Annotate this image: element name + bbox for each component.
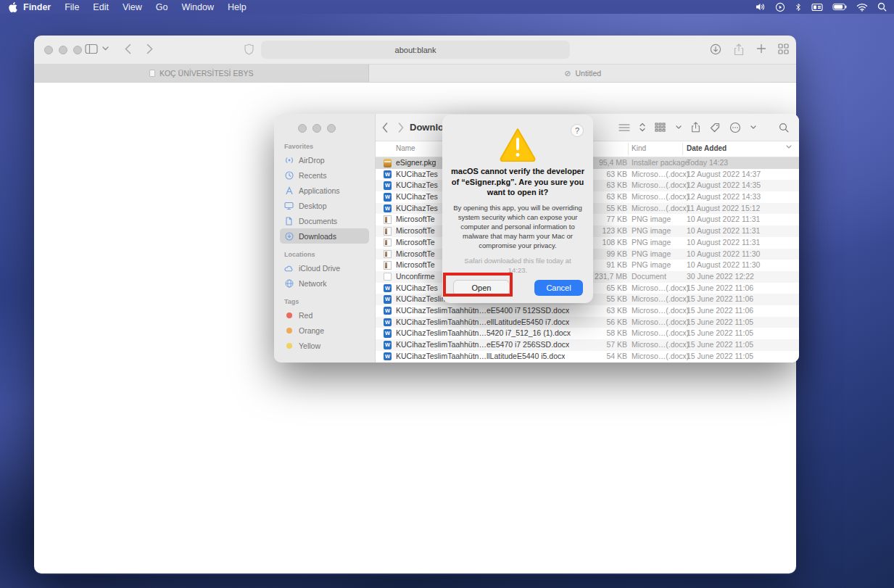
- file-name: KUCihazTeslimTaahhütn…eE5400 i7 512SSD.d…: [396, 305, 569, 317]
- tag-icon[interactable]: [710, 123, 720, 133]
- file-row[interactable]: KUCihazTeslimTaahhütn…eE5400 i7 512SSD.d…: [376, 305, 799, 317]
- file-name: KUCihazTes: [396, 169, 438, 181]
- close-window-button[interactable]: [44, 46, 53, 54]
- png-file-icon: [384, 215, 392, 224]
- file-row[interactable]: KUCihazTeslimTaahhütn…5420 i7_512_16 (1)…: [376, 328, 799, 339]
- sidebar-item-orange[interactable]: Orange: [280, 323, 369, 338]
- sidebar-item-yellow[interactable]: Yellow: [280, 338, 369, 353]
- tab-untitled[interactable]: ⊘ Untitled: [369, 65, 796, 82]
- sidebar-chevron-down-icon[interactable]: [102, 46, 109, 51]
- sidebar-item-label: Downloads: [299, 232, 336, 241]
- screen-play-icon[interactable]: [775, 2, 785, 12]
- url-field[interactable]: about:blank: [261, 41, 570, 59]
- menu-item-file[interactable]: File: [65, 2, 79, 12]
- tab-koc-universitesi-ebys[interactable]: KOÇ ÜNİVERSİTESİ EBYS: [34, 65, 369, 82]
- tag-dot-icon: [284, 312, 294, 318]
- menu-item-finder[interactable]: Finder: [23, 2, 51, 12]
- file-date: 12 August 2022 14:37: [687, 169, 761, 181]
- sidebar-toggle-icon[interactable]: [85, 44, 98, 54]
- file-kind: Microso…(.docx): [632, 180, 689, 191]
- file-row[interactable]: KUCihazTeslimTaahhütn…eE5470 i7 256SSD.d…: [376, 339, 799, 351]
- forward-button[interactable]: [398, 123, 404, 133]
- word-file-icon: [384, 307, 392, 315]
- menu-item-window[interactable]: Window: [181, 2, 213, 12]
- file-date: Today 14:23: [687, 157, 728, 169]
- zoom-window-button[interactable]: [327, 124, 336, 133]
- file-date: 15 June 2022 11:06: [687, 305, 753, 317]
- view-sort-chevrons-icon[interactable]: [640, 123, 645, 132]
- share-button[interactable]: [691, 122, 700, 133]
- group-by-icon[interactable]: [655, 123, 666, 132]
- back-button[interactable]: [125, 44, 131, 54]
- sidebar-item-downloads[interactable]: Downloads: [280, 228, 369, 244]
- safari-traffic-lights: [44, 46, 82, 54]
- file-kind: Microso…(.docx): [632, 317, 689, 328]
- sidebar-item-network[interactable]: Network: [280, 276, 369, 291]
- cancel-button[interactable]: Cancel: [534, 280, 583, 296]
- sidebar-item-red[interactable]: Red: [280, 307, 369, 323]
- tab-overview-button[interactable]: [778, 44, 789, 54]
- column-header-date-added[interactable]: Date Added: [687, 144, 727, 152]
- forward-button[interactable]: [146, 44, 153, 54]
- menu-item-edit[interactable]: Edit: [93, 2, 109, 12]
- file-name: KUCihazTes: [396, 180, 438, 191]
- search-button[interactable]: [779, 123, 789, 133]
- column-header-kind[interactable]: Kind: [632, 144, 646, 152]
- menu-item-view[interactable]: View: [123, 2, 142, 12]
- sidebar-item-airdrop[interactable]: AirDrop: [280, 152, 369, 167]
- minimize-window-button[interactable]: [59, 46, 67, 54]
- sidebar-item-documents[interactable]: Documents: [280, 213, 369, 228]
- sidebar-item-desktop[interactable]: Desktop: [280, 198, 369, 213]
- png-file-icon: [384, 239, 392, 247]
- close-window-button[interactable]: [298, 124, 307, 133]
- help-button[interactable]: ?: [571, 124, 584, 137]
- file-kind: Microso…(.docx): [632, 305, 689, 317]
- sidebar-item-label: Recents: [299, 171, 327, 180]
- sidebar-item-label: Orange: [299, 326, 324, 335]
- zoom-window-button[interactable]: [73, 46, 82, 54]
- minimize-window-button[interactable]: [313, 124, 321, 133]
- column-header-name[interactable]: Name: [396, 144, 415, 152]
- new-tab-button[interactable]: [756, 44, 766, 54]
- file-name: Unconfirme: [396, 271, 435, 283]
- more-chevron-down-icon[interactable]: [750, 125, 756, 129]
- battery-icon[interactable]: [832, 3, 847, 11]
- url-text: about:blank: [395, 46, 436, 54]
- sidebar-item-recents[interactable]: Recents: [280, 167, 369, 183]
- sidebar-section-title: Locations: [284, 251, 375, 258]
- downloads-button[interactable]: [710, 44, 721, 55]
- file-date: 10 August 2022 11:30: [687, 249, 760, 260]
- file-name: KUCihazTeslimTaahhütn…5420 i7_512_16 (1)…: [396, 328, 571, 339]
- sidebar-item-label: Network: [299, 279, 327, 288]
- sidebar-item-icloud-drive[interactable]: iCloud Drive: [280, 260, 369, 276]
- volume-icon[interactable]: [755, 2, 766, 12]
- file-date: 15 June 2022 11:05: [687, 339, 753, 351]
- png-file-icon: [384, 227, 392, 236]
- back-button[interactable]: [382, 123, 388, 133]
- bluetooth-icon[interactable]: [795, 2, 802, 12]
- apple-menu-icon[interactable]: [9, 2, 17, 12]
- finder-sidebar: FavoritesAirDropRecentsApplicationsDeskt…: [274, 114, 376, 363]
- cloud-icon: [284, 265, 294, 272]
- input-source-icon[interactable]: [811, 3, 823, 12]
- pkg-file-icon: [384, 159, 392, 167]
- list-view-icon[interactable]: [618, 123, 630, 132]
- file-kind: PNG image: [632, 260, 671, 271]
- group-chevron-down-icon[interactable]: [676, 125, 682, 129]
- spotlight-search-icon[interactable]: [877, 2, 887, 12]
- file-date: 30 June 2022 12:22: [687, 271, 754, 283]
- file-kind: Microso…(.docx): [632, 283, 689, 294]
- more-actions-button[interactable]: [729, 122, 741, 133]
- sidebar-item-label: Desktop: [299, 202, 327, 210]
- word-file-icon: [384, 193, 392, 202]
- applications-icon: [284, 186, 294, 195]
- menu-item-go[interactable]: Go: [156, 2, 168, 12]
- file-row[interactable]: KUCihazTeslimTaahhütn…llLatitudeE5440 i5…: [376, 351, 799, 363]
- menu-item-help[interactable]: Help: [228, 2, 247, 12]
- share-button[interactable]: [734, 44, 744, 56]
- wifi-icon[interactable]: [856, 3, 868, 12]
- file-date: 15 June 2022 11:05: [687, 317, 753, 328]
- file-date: 10 August 2022 11:31: [687, 237, 760, 249]
- sidebar-item-applications[interactable]: Applications: [280, 183, 369, 198]
- file-row[interactable]: KUCihazTeslimTaahhütn…ellLatitudeE5450 i…: [376, 317, 799, 328]
